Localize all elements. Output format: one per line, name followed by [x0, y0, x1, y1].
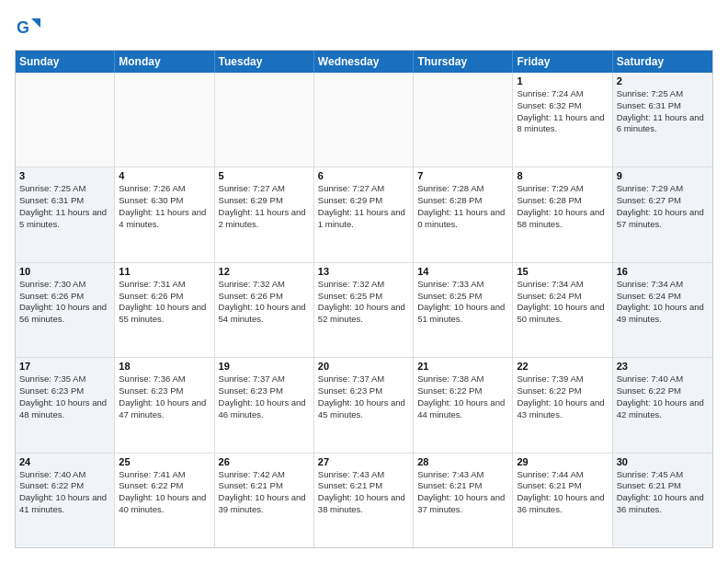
day-number: 11: [119, 266, 210, 277]
cal-cell: 19Sunrise: 7:37 AM Sunset: 6:23 PM Dayli…: [215, 358, 314, 452]
cal-header-friday: Friday: [513, 51, 612, 73]
cal-cell: 7Sunrise: 7:28 AM Sunset: 6:28 PM Daylig…: [414, 167, 513, 261]
day-number: 3: [19, 170, 110, 181]
day-number: 22: [517, 361, 608, 372]
day-info: Sunrise: 7:40 AM Sunset: 6:22 PM Dayligh…: [617, 373, 709, 420]
day-info: Sunrise: 7:34 AM Sunset: 6:24 PM Dayligh…: [517, 279, 608, 326]
day-number: 27: [318, 456, 409, 467]
cal-cell: 10Sunrise: 7:30 AM Sunset: 6:26 PM Dayli…: [16, 263, 115, 357]
cal-cell: [314, 73, 414, 167]
day-info: Sunrise: 7:29 AM Sunset: 6:27 PM Dayligh…: [617, 183, 709, 230]
cal-cell: 5Sunrise: 7:27 AM Sunset: 6:29 PM Daylig…: [215, 167, 314, 261]
day-number: 13: [318, 266, 409, 277]
cal-cell: 28Sunrise: 7:43 AM Sunset: 6:21 PM Dayli…: [414, 454, 513, 547]
day-number: 25: [119, 456, 210, 467]
cal-cell: 20Sunrise: 7:37 AM Sunset: 6:23 PM Dayli…: [314, 358, 414, 452]
day-info: Sunrise: 7:37 AM Sunset: 6:23 PM Dayligh…: [318, 373, 409, 420]
day-number: 8: [517, 170, 608, 181]
svg-text:G: G: [17, 18, 29, 37]
day-info: Sunrise: 7:45 AM Sunset: 6:21 PM Dayligh…: [617, 469, 709, 516]
cal-cell: 8Sunrise: 7:29 AM Sunset: 6:28 PM Daylig…: [513, 167, 612, 261]
cal-cell: 9Sunrise: 7:29 AM Sunset: 6:27 PM Daylig…: [613, 167, 712, 261]
day-number: 1: [517, 75, 608, 86]
day-info: Sunrise: 7:39 AM Sunset: 6:22 PM Dayligh…: [517, 373, 608, 420]
page-header: G: [15, 15, 713, 40]
cal-cell: 14Sunrise: 7:33 AM Sunset: 6:25 PM Dayli…: [414, 263, 513, 357]
cal-cell: 26Sunrise: 7:42 AM Sunset: 6:21 PM Dayli…: [215, 454, 314, 547]
day-number: 21: [417, 361, 508, 372]
day-number: 14: [417, 266, 508, 277]
cal-cell: 22Sunrise: 7:39 AM Sunset: 6:22 PM Dayli…: [513, 358, 612, 452]
day-number: 28: [417, 456, 508, 467]
day-number: 29: [517, 456, 608, 467]
day-number: 30: [617, 456, 709, 467]
day-info: Sunrise: 7:29 AM Sunset: 6:28 PM Dayligh…: [517, 183, 608, 230]
day-info: Sunrise: 7:35 AM Sunset: 6:23 PM Dayligh…: [19, 373, 110, 420]
logo: G: [15, 15, 44, 40]
calendar: SundayMondayTuesdayWednesdayThursdayFrid…: [15, 50, 713, 548]
day-info: Sunrise: 7:43 AM Sunset: 6:21 PM Dayligh…: [417, 469, 508, 516]
svg-marker-1: [31, 18, 40, 28]
day-info: Sunrise: 7:38 AM Sunset: 6:22 PM Dayligh…: [417, 373, 508, 420]
day-info: Sunrise: 7:34 AM Sunset: 6:24 PM Dayligh…: [617, 279, 709, 326]
day-number: 12: [219, 266, 310, 277]
cal-cell: 11Sunrise: 7:31 AM Sunset: 6:26 PM Dayli…: [115, 263, 214, 357]
logo-icon: G: [15, 15, 40, 40]
day-info: Sunrise: 7:30 AM Sunset: 6:26 PM Dayligh…: [19, 279, 110, 326]
cal-cell: [215, 73, 314, 167]
day-info: Sunrise: 7:25 AM Sunset: 6:31 PM Dayligh…: [617, 88, 709, 135]
cal-cell: 17Sunrise: 7:35 AM Sunset: 6:23 PM Dayli…: [16, 358, 115, 452]
cal-cell: 2Sunrise: 7:25 AM Sunset: 6:31 PM Daylig…: [613, 73, 712, 167]
day-info: Sunrise: 7:42 AM Sunset: 6:21 PM Dayligh…: [219, 469, 310, 516]
day-info: Sunrise: 7:33 AM Sunset: 6:25 PM Dayligh…: [417, 279, 508, 326]
day-number: 10: [19, 266, 110, 277]
cal-cell: 12Sunrise: 7:32 AM Sunset: 6:26 PM Dayli…: [215, 263, 314, 357]
day-number: 9: [617, 170, 709, 181]
day-number: 6: [318, 170, 409, 181]
day-number: 17: [19, 361, 110, 372]
day-info: Sunrise: 7:44 AM Sunset: 6:21 PM Dayligh…: [517, 469, 608, 516]
cal-cell: 3Sunrise: 7:25 AM Sunset: 6:31 PM Daylig…: [16, 167, 115, 261]
day-info: Sunrise: 7:40 AM Sunset: 6:22 PM Dayligh…: [19, 469, 110, 516]
cal-cell: 27Sunrise: 7:43 AM Sunset: 6:21 PM Dayli…: [314, 454, 414, 547]
cal-cell: 15Sunrise: 7:34 AM Sunset: 6:24 PM Dayli…: [513, 263, 612, 357]
cal-cell: 13Sunrise: 7:32 AM Sunset: 6:25 PM Dayli…: [314, 263, 414, 357]
cal-header-saturday: Saturday: [613, 51, 712, 73]
cal-header-wednesday: Wednesday: [314, 51, 414, 73]
day-info: Sunrise: 7:28 AM Sunset: 6:28 PM Dayligh…: [417, 183, 508, 230]
day-info: Sunrise: 7:36 AM Sunset: 6:23 PM Dayligh…: [119, 373, 210, 420]
cal-header-monday: Monday: [115, 51, 214, 73]
day-info: Sunrise: 7:27 AM Sunset: 6:29 PM Dayligh…: [219, 183, 310, 230]
day-info: Sunrise: 7:27 AM Sunset: 6:29 PM Dayligh…: [318, 183, 409, 230]
cal-cell: 21Sunrise: 7:38 AM Sunset: 6:22 PM Dayli…: [414, 358, 513, 452]
day-number: 4: [119, 170, 210, 181]
day-info: Sunrise: 7:32 AM Sunset: 6:25 PM Dayligh…: [318, 279, 409, 326]
day-number: 19: [219, 361, 310, 372]
cal-header-sunday: Sunday: [16, 51, 115, 73]
cal-cell: [414, 73, 513, 167]
cal-cell: [16, 73, 115, 167]
day-number: 26: [219, 456, 310, 467]
cal-cell: 24Sunrise: 7:40 AM Sunset: 6:22 PM Dayli…: [16, 454, 115, 547]
cal-week-4: 17Sunrise: 7:35 AM Sunset: 6:23 PM Dayli…: [16, 358, 712, 453]
cal-week-3: 10Sunrise: 7:30 AM Sunset: 6:26 PM Dayli…: [16, 263, 712, 358]
cal-week-5: 24Sunrise: 7:40 AM Sunset: 6:22 PM Dayli…: [16, 454, 712, 547]
day-number: 23: [617, 361, 709, 372]
cal-cell: 25Sunrise: 7:41 AM Sunset: 6:22 PM Dayli…: [115, 454, 214, 547]
cal-cell: 16Sunrise: 7:34 AM Sunset: 6:24 PM Dayli…: [613, 263, 712, 357]
cal-week-1: 1Sunrise: 7:24 AM Sunset: 6:32 PM Daylig…: [16, 73, 712, 167]
day-number: 16: [617, 266, 709, 277]
calendar-header: SundayMondayTuesdayWednesdayThursdayFrid…: [16, 51, 712, 73]
cal-cell: 23Sunrise: 7:40 AM Sunset: 6:22 PM Dayli…: [613, 358, 712, 452]
day-info: Sunrise: 7:41 AM Sunset: 6:22 PM Dayligh…: [119, 469, 210, 516]
day-info: Sunrise: 7:24 AM Sunset: 6:32 PM Dayligh…: [517, 88, 608, 135]
day-info: Sunrise: 7:25 AM Sunset: 6:31 PM Dayligh…: [19, 183, 110, 230]
cal-header-tuesday: Tuesday: [215, 51, 314, 73]
cal-week-2: 3Sunrise: 7:25 AM Sunset: 6:31 PM Daylig…: [16, 167, 712, 262]
day-number: 2: [617, 75, 709, 86]
day-info: Sunrise: 7:43 AM Sunset: 6:21 PM Dayligh…: [318, 469, 409, 516]
cal-cell: [115, 73, 214, 167]
day-number: 20: [318, 361, 409, 372]
day-number: 24: [19, 456, 110, 467]
day-number: 5: [219, 170, 310, 181]
